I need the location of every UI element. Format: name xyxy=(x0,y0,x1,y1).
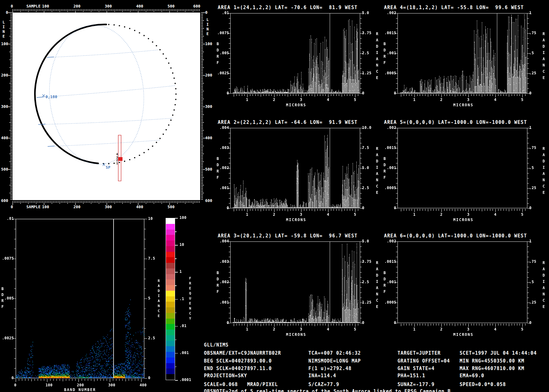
y-axis-tick-right: 0 xyxy=(529,206,532,210)
sample-axis-tick: 200 xyxy=(73,4,81,8)
y-axis-tick-left: .002 xyxy=(378,126,396,130)
line-axis-tick: 200 xyxy=(0,73,8,77)
y-axis-tick-left: 0 xyxy=(378,321,396,325)
planet-limb-dot xyxy=(114,24,115,26)
planet-limb-dot xyxy=(175,88,177,89)
planet-limb-dot xyxy=(170,67,172,69)
colorbar-segment xyxy=(166,296,175,302)
sample-axis-title: SAMPLE xyxy=(26,4,40,8)
x-axis-tick: 3 xyxy=(467,213,470,217)
y-axis-tick-right: .5 xyxy=(529,166,534,170)
sample-axis-tick: 200 xyxy=(73,205,81,209)
sample-axis-tick: 100 xyxy=(42,4,49,8)
metadata-field: TCA=+007 02:46:32 xyxy=(308,351,361,356)
colorbar-minor-tick xyxy=(175,258,177,259)
y-axis-tick-left: .002 xyxy=(211,166,229,170)
y-axis-tick-right: 0 xyxy=(362,206,365,210)
planet-limb-dot xyxy=(175,104,176,105)
y-axis-tick-right: 3.75 xyxy=(362,260,371,264)
plot-title-area2: AREA 2=(22,1,2,2) LAT= -64.6 LON= 91.9 W… xyxy=(218,120,358,125)
x-axis-tick: 2 xyxy=(273,327,275,331)
colorbar-segment xyxy=(166,330,175,335)
sample-axis-tick: 500 xyxy=(168,205,175,209)
colorbar-segment xyxy=(166,335,175,341)
colorbar-tick xyxy=(175,299,178,300)
y-axis-tick-left: .0005 xyxy=(378,186,396,190)
y-axis-tick-left: .002 xyxy=(378,239,396,243)
planet-limb-dot xyxy=(152,146,153,147)
metadata-field: GAIN STATE=4 xyxy=(397,366,434,371)
line-axis-title: L I N E xyxy=(3,20,5,39)
colorbar-segment xyxy=(166,368,175,374)
south-pole-label: SP xyxy=(106,166,110,170)
metadata-field: F(1 u)=2792.48 xyxy=(308,366,352,371)
x-axis-tick: 1 xyxy=(413,98,416,102)
y-axis-tick-right: 3.75 xyxy=(362,31,371,35)
y-axis-tick-right: .25 xyxy=(529,71,536,75)
metadata-field: INA=114.4 xyxy=(308,373,336,379)
planet-limb-dot xyxy=(152,41,153,43)
sample-axis-tick: 400 xyxy=(136,4,143,8)
spectrum-canvas-area5 xyxy=(393,127,532,215)
metadata-field: MAX RNG=4607810.00 KM xyxy=(460,366,524,371)
planet-limb-dot xyxy=(159,138,161,139)
y-axis-tick-left: .003 xyxy=(211,260,229,264)
histogram-canvas xyxy=(9,217,151,386)
x-axis-tick: 2 xyxy=(440,213,443,217)
colorbar-tick-label: 100 xyxy=(179,216,187,220)
sample-axis-tick: 300 xyxy=(105,4,112,8)
colorbar-segment xyxy=(166,324,175,330)
x-axis-tick: 2 xyxy=(440,327,443,331)
planet-limb-dot xyxy=(170,119,172,121)
hist-x-axis-title: BAND NUMBER xyxy=(56,388,104,392)
y-axis-tick-right: 1 xyxy=(529,11,532,15)
planet-limb-dot xyxy=(143,35,145,36)
left-axis-title-bdrf: B D R F xyxy=(383,270,386,295)
hist-x-tick: 0 xyxy=(14,383,17,387)
colorbar-minor-tick xyxy=(175,313,177,313)
colorbar-segment xyxy=(166,285,175,291)
hist-left-axis-title: B D R F xyxy=(1,286,4,310)
metadata-field: EMA=69.0 xyxy=(460,373,484,379)
y-axis-tick-left: .001 xyxy=(211,300,229,305)
planet-limb-dot xyxy=(148,149,149,150)
colorbar-segment xyxy=(166,241,175,246)
hist-x-tick: 200 xyxy=(77,383,84,387)
plot-title-area1: AREA 1=(24,1,2,2) LAT= -70.6 LON= 81.9 W… xyxy=(218,5,358,10)
x-axis-title: MICRONS xyxy=(277,218,315,222)
x-axis-tick: 4 xyxy=(327,213,329,217)
colorbar-segment xyxy=(166,291,175,296)
x-axis-tick: 5 xyxy=(354,327,356,331)
metadata-field: NIMSMODE=LONG MAP xyxy=(308,358,361,364)
colorbar-segment xyxy=(166,307,175,313)
y-axis-tick-right: 1.25 xyxy=(362,300,371,305)
y-axis-tick-left: .002 xyxy=(378,11,396,15)
right-axis-title-radiance: R A D I A N C E xyxy=(542,31,546,81)
y-axis-tick-left: 0 xyxy=(211,91,229,95)
spectrum-canvas-area2 xyxy=(226,127,365,215)
x-axis-title: MICRONS xyxy=(277,103,315,107)
colorbar-segment xyxy=(166,363,175,369)
y-axis-tick-left: .0015 xyxy=(378,146,396,150)
y-axis-tick-right: 0 xyxy=(362,321,365,325)
y-axis-tick-left: .003 xyxy=(211,146,229,150)
colorbar-segment xyxy=(166,358,175,363)
hist-y-tick-right: 7.5 xyxy=(148,257,155,261)
sample-axis-title: SAMPLE xyxy=(26,205,40,209)
hist-y-tick-left: .0025 xyxy=(0,336,14,340)
colorbar-segment xyxy=(166,268,175,274)
x-axis-tick: 5 xyxy=(521,327,524,331)
line-axis-tick: 500 xyxy=(0,167,8,172)
planet-limb-dot xyxy=(134,30,135,31)
y-axis-tick-left: .004 xyxy=(211,239,229,243)
hist-y-tick-left: .0075 xyxy=(0,257,14,261)
planet-limb-dot xyxy=(175,83,176,84)
metadata-field: OBSNAME/EXT=C9JNAURRTB02R xyxy=(204,351,281,356)
line-axis-tick: 600 xyxy=(0,199,8,203)
colorbar-segment xyxy=(166,218,175,224)
planet-limb-dot xyxy=(114,163,115,164)
y-axis-tick-left: 0 xyxy=(211,321,229,325)
colorbar-tick xyxy=(175,326,178,327)
left-axis-title-bdrf: B D R F xyxy=(216,41,220,66)
y-axis-tick-right: 0 xyxy=(529,321,532,325)
